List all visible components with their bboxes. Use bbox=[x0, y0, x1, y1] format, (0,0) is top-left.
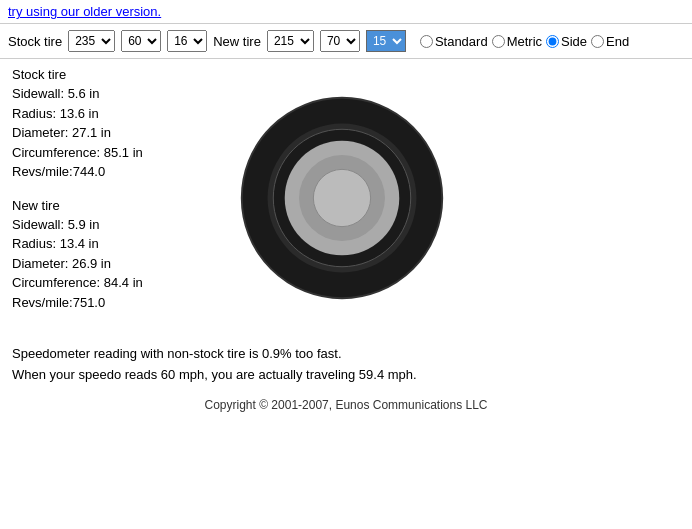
stock-info-section: Stock tire Sidewall: 5.6 in Radius: 13.6… bbox=[12, 67, 212, 182]
new-info-section: New tire Sidewall: 5.9 in Radius: 13.4 i… bbox=[12, 198, 212, 313]
top-banner: try using our older version. bbox=[0, 0, 692, 24]
radio-standard[interactable] bbox=[420, 35, 433, 48]
new-tire-label: New tire bbox=[213, 34, 261, 49]
stock-revs: Revs/mile:744.0 bbox=[12, 162, 212, 182]
stock-tire-label: Stock tire bbox=[8, 34, 62, 49]
new-aspect-select[interactable]: 70 55 60 65 bbox=[320, 30, 360, 52]
stock-circumference: Circumference: 85.1 in bbox=[12, 143, 212, 163]
stock-width-select[interactable]: 235 215 225 245 bbox=[68, 30, 115, 52]
new-revs: Revs/mile:751.0 bbox=[12, 293, 212, 313]
main-content: Stock tire Sidewall: 5.6 in Radius: 13.6… bbox=[0, 59, 692, 336]
copyright-text: Copyright © 2001-2007, Eunos Communicati… bbox=[205, 398, 488, 412]
radio-side[interactable] bbox=[546, 35, 559, 48]
new-width-select[interactable]: 215 205 225 235 bbox=[267, 30, 314, 52]
speedometer-line2: When your speedo reads 60 mph, you are a… bbox=[12, 365, 680, 386]
radio-end-label[interactable]: End bbox=[591, 34, 629, 49]
speedometer-line1: Speedometer reading with non-stock tire … bbox=[12, 344, 680, 365]
svg-point-5 bbox=[313, 169, 370, 226]
stock-rim-select[interactable]: 16 15 17 bbox=[167, 30, 207, 52]
older-version-link[interactable]: try using our older version. bbox=[8, 4, 161, 19]
new-rim-select[interactable]: 15 14 16 17 bbox=[366, 30, 406, 52]
info-panel: Stock tire Sidewall: 5.6 in Radius: 13.6… bbox=[12, 67, 212, 328]
stock-sidewall: Sidewall: 5.6 in bbox=[12, 84, 212, 104]
new-radius: Radius: 13.4 in bbox=[12, 234, 212, 254]
stock-diameter: Diameter: 27.1 in bbox=[12, 123, 212, 143]
new-circumference: Circumference: 84.4 in bbox=[12, 273, 212, 293]
radio-standard-label[interactable]: Standard bbox=[420, 34, 488, 49]
tire-diagram bbox=[237, 93, 447, 303]
radio-side-label[interactable]: Side bbox=[546, 34, 587, 49]
view-radio-group: Standard Metric Side End bbox=[420, 34, 629, 49]
stock-radius: Radius: 13.6 in bbox=[12, 104, 212, 124]
controls-bar: Stock tire 235 215 225 245 60 55 65 70 1… bbox=[0, 24, 692, 59]
radio-metric-label[interactable]: Metric bbox=[492, 34, 542, 49]
new-sidewall: Sidewall: 5.9 in bbox=[12, 215, 212, 235]
new-info-title: New tire bbox=[12, 198, 212, 213]
radio-end[interactable] bbox=[591, 35, 604, 48]
radio-metric[interactable] bbox=[492, 35, 505, 48]
new-diameter: Diameter: 26.9 in bbox=[12, 254, 212, 274]
tire-visual bbox=[232, 67, 452, 328]
stock-aspect-select[interactable]: 60 55 65 70 bbox=[121, 30, 161, 52]
speedometer-note: Speedometer reading with non-stock tire … bbox=[0, 336, 692, 394]
stock-info-title: Stock tire bbox=[12, 67, 212, 82]
copyright: Copyright © 2001-2007, Eunos Communicati… bbox=[0, 394, 692, 424]
